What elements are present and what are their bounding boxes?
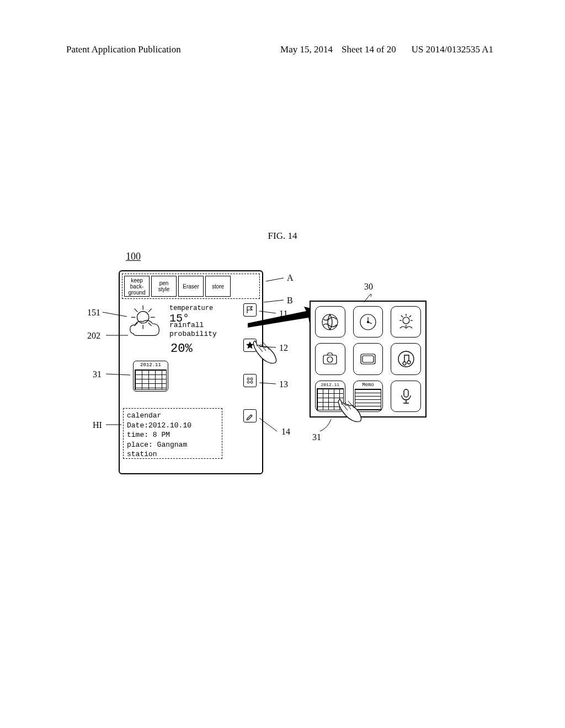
leader-B: B	[287, 296, 293, 306]
video-icon[interactable]	[353, 343, 383, 374]
svg-point-26	[327, 357, 333, 362]
clock-icon[interactable]	[353, 306, 383, 338]
svg-line-24	[409, 315, 411, 317]
svg-point-9	[247, 378, 249, 380]
camera-icon[interactable]	[315, 343, 345, 374]
leader-A: A	[287, 273, 294, 283]
svg-point-10	[250, 378, 253, 380]
calendar-right-title: 2012.11	[321, 382, 340, 387]
store-button[interactable]: store	[205, 276, 231, 297]
svg-rect-28	[363, 356, 374, 362]
hand-pointer-left-icon	[247, 333, 280, 368]
calendar-widget-left[interactable]: 2012.11	[133, 361, 168, 392]
weather-widget: temperature 15° rainfall probability 20%	[123, 302, 233, 357]
settings-icon[interactable]	[243, 374, 257, 387]
toolbar-a: keep back- ground pen style Eraser store	[122, 274, 260, 299]
svg-point-11	[247, 381, 249, 383]
weather-right-icon[interactable]	[391, 306, 421, 338]
svg-point-12	[250, 381, 253, 383]
svg-line-8	[148, 323, 152, 326]
leader-14: 14	[281, 427, 290, 437]
svg-point-18	[403, 317, 409, 324]
hidden-info-line2: Date:2012.10.10	[127, 421, 218, 431]
hidden-info-line1: calendar	[127, 411, 218, 421]
calendar-grid-icon	[135, 370, 167, 390]
edit-icon[interactable]	[243, 409, 257, 422]
eraser-button[interactable]: Eraser	[178, 276, 204, 297]
memo-title: Memo	[362, 382, 374, 388]
hidden-info-line3: time: 8 PM	[127, 430, 218, 440]
svg-line-23	[401, 315, 403, 317]
svg-point-13	[322, 314, 338, 330]
weather-sun-cloud-icon	[124, 302, 168, 345]
svg-line-5	[135, 309, 138, 312]
svg-line-36	[264, 300, 284, 302]
leader-30: 30	[364, 282, 373, 292]
leader-202: 202	[87, 331, 100, 341]
temperature-label: temperature	[169, 304, 213, 312]
leader-31-right: 31	[312, 432, 321, 442]
leader-13: 13	[279, 379, 288, 389]
hidden-info-line4: place: Gangnam station	[127, 440, 218, 459]
leader-151: 151	[87, 308, 100, 318]
leader-11: 11	[279, 309, 287, 319]
pen-style-button[interactable]: pen style	[151, 276, 177, 297]
device-right-frame: 2012.11 Memo	[310, 301, 427, 417]
hidden-info-box: calendar Date:2012.10.10 time: 8 PM plac…	[123, 408, 222, 459]
svg-point-17	[367, 321, 369, 323]
hand-pointer-right-icon	[332, 392, 365, 427]
svg-line-35	[266, 278, 284, 281]
music-icon[interactable]	[391, 343, 421, 374]
calendar-left-title: 2012.11	[140, 362, 161, 368]
leader-HI: HI	[93, 420, 102, 430]
rainfall-label: rainfall probability	[169, 321, 217, 338]
keep-background-button[interactable]: keep back- ground	[124, 276, 150, 297]
leader-12: 12	[279, 343, 288, 353]
svg-line-6	[148, 309, 152, 312]
mic-icon[interactable]	[391, 381, 421, 412]
globe-icon[interactable]	[315, 306, 345, 338]
rainfall-value: 20%	[170, 342, 193, 356]
device-left-frame: keep back- ground pen style Eraser store	[119, 270, 263, 474]
leader-31-left: 31	[93, 370, 102, 379]
svg-rect-30	[404, 389, 408, 397]
